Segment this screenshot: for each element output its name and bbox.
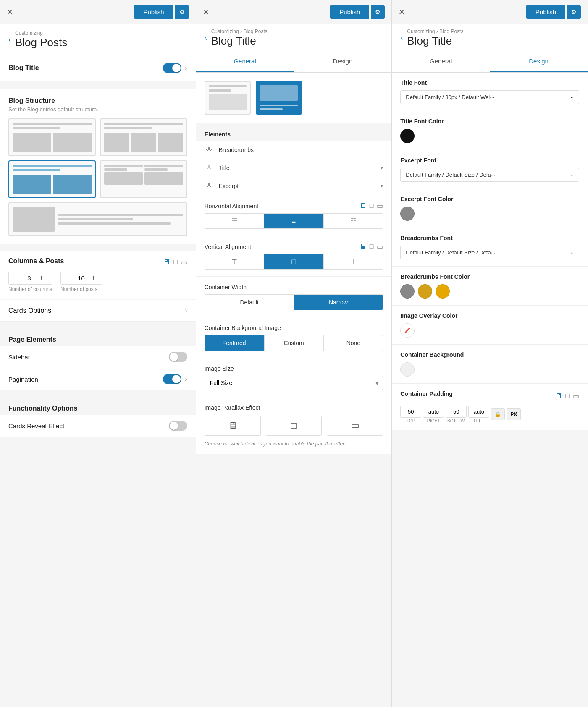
mobile-icon-halign[interactable]: ▭ <box>377 202 383 210</box>
h-align-center[interactable]: ≡ <box>264 214 324 228</box>
publish-button-2[interactable]: Publish <box>330 5 369 19</box>
panel-3-title-area: ‹ Customizing › Blog Posts Blog Title Ge… <box>392 24 588 73</box>
pagination-chevron[interactable]: › <box>185 375 187 383</box>
struct-card-2[interactable] <box>100 118 187 156</box>
cards-reveal-row: Cards Reveal Effect <box>0 415 196 437</box>
padding-left-input[interactable] <box>468 406 489 418</box>
back-arrow-3[interactable]: ‹ <box>400 34 403 42</box>
gear-button-2[interactable]: ⚙ <box>371 5 385 19</box>
mock-block <box>158 133 183 152</box>
struct-card-5[interactable] <box>8 202 187 236</box>
breadcrumbs-font-label: Breadcrumbs Font <box>400 235 579 241</box>
breadcrumbs-font-selector[interactable]: Default Family / Default Size / Defa··· … <box>400 246 579 259</box>
posts-decrement[interactable]: − <box>65 274 73 283</box>
image-size-select[interactable]: Full Size Large Medium Thumbnail <box>205 376 383 390</box>
parallax-section: Image Parallax Effect 🖥 □ ▭ Choose for w… <box>196 397 392 454</box>
image-size-select-wrapper: Full Size Large Medium Thumbnail ▾ <box>205 376 383 390</box>
h-align-left[interactable]: ☰ <box>205 214 265 228</box>
sidebar-row: Sidebar <box>0 346 196 368</box>
back-arrow-1[interactable]: ‹ <box>8 35 11 44</box>
posts-increment[interactable]: + <box>90 274 98 283</box>
title-font-color-swatch[interactable] <box>400 129 415 143</box>
parallax-tablet[interactable]: □ <box>266 416 322 436</box>
cw-narrow[interactable]: Narrow <box>294 295 383 310</box>
bg-custom[interactable]: Custom <box>264 335 324 351</box>
publish-area-1: Publish ⚙ <box>134 5 189 19</box>
gear-button-3[interactable]: ⚙ <box>567 5 581 19</box>
tab-design-3[interactable]: Design <box>490 52 588 72</box>
h-align-right[interactable]: ☲ <box>324 214 383 228</box>
desktop-icon-valign[interactable]: 🖥 <box>360 243 366 251</box>
page-title-1: Blog Posts <box>15 36 67 49</box>
cards-options-row[interactable]: Cards Options › <box>0 300 196 322</box>
padding-bottom-input[interactable] <box>446 406 467 418</box>
excerpt-font-color-swatch[interactable] <box>400 207 415 221</box>
excerpt-font-selector[interactable]: Default Family / Default Size / Defa··· … <box>400 168 579 182</box>
close-button-2[interactable]: ✕ <box>203 8 209 17</box>
tab-general-2[interactable]: General <box>196 52 294 72</box>
bg-none[interactable]: None <box>323 335 383 351</box>
v-align-top[interactable]: ⊤ <box>205 254 265 269</box>
mobile-icon[interactable]: ▭ <box>181 258 187 266</box>
eye-slash-icon-title[interactable]: 👁 <box>205 163 214 173</box>
blog-title-toggle[interactable] <box>163 63 181 73</box>
publish-button-3[interactable]: Publish <box>526 5 565 19</box>
padding-right-group: RIGHT <box>423 406 444 423</box>
mobile-icon-padding[interactable]: ▭ <box>573 392 579 400</box>
struct-card-3[interactable] <box>8 160 96 198</box>
padding-top-input[interactable] <box>400 406 421 418</box>
close-button[interactable]: ✕ <box>7 8 13 17</box>
excerpt-dropdown[interactable]: ▾ <box>381 183 383 189</box>
cards-reveal-toggle[interactable] <box>169 421 187 431</box>
tab-general-3[interactable]: General <box>392 52 490 72</box>
columns-decrement[interactable]: − <box>13 274 21 283</box>
title-dropdown[interactable]: ▾ <box>381 165 383 171</box>
padding-right-input[interactable] <box>423 406 444 418</box>
struct-card-1[interactable] <box>8 118 96 156</box>
publish-button-1[interactable]: Publish <box>134 5 173 19</box>
parallax-mobile[interactable]: ▭ <box>327 416 383 436</box>
v-align-bottom[interactable]: ⊥ <box>324 254 383 269</box>
layout-card-1[interactable] <box>205 81 251 115</box>
bg-featured[interactable]: Featured <box>205 335 264 351</box>
tablet-icon-valign[interactable]: □ <box>370 243 374 251</box>
tablet-icon-halign[interactable]: □ <box>370 202 374 210</box>
title-font-selector[interactable]: Default Family / 30px / Default Wei··· ·… <box>400 90 579 104</box>
blog-title-chevron[interactable]: › <box>185 64 187 72</box>
back-arrow-2[interactable]: ‹ <box>205 34 207 42</box>
blog-structure-title: Blog Structure <box>8 97 187 105</box>
gear-button-1[interactable]: ⚙ <box>175 5 189 19</box>
padding-lock-button[interactable]: 🔒 <box>491 408 505 420</box>
desktop-icon-halign[interactable]: 🖥 <box>360 202 366 210</box>
pagination-toggle[interactable] <box>163 374 181 384</box>
container-background-swatch[interactable] <box>400 362 415 377</box>
tab-design-2[interactable]: Design <box>294 52 392 72</box>
v-align-middle[interactable]: ⊟ <box>264 254 324 269</box>
columns-increment[interactable]: + <box>38 274 46 283</box>
vertical-alignment-section: Vertical Alignment 🖥 □ ▭ ⊤ ⊟ ⊥ <box>196 236 392 277</box>
desktop-icon-padding[interactable]: 🖥 <box>555 392 562 400</box>
sidebar-toggle[interactable] <box>169 352 187 362</box>
layout-card-2[interactable] <box>256 81 302 115</box>
desktop-icon[interactable]: 🖥 <box>163 258 170 266</box>
mobile-icon-valign[interactable]: ▭ <box>377 243 383 251</box>
eye-icon-breadcrumbs[interactable]: 👁 <box>205 145 214 154</box>
mock-block <box>53 175 92 194</box>
parallax-desktop[interactable]: 🖥 <box>205 416 261 436</box>
cw-default[interactable]: Default <box>205 295 294 310</box>
image-overlay-swatch[interactable] <box>400 323 415 338</box>
padding-unit-button[interactable]: PX <box>507 408 521 420</box>
breadcrumbs-color-gray[interactable] <box>400 284 415 299</box>
breadcrumbs-color-yellow[interactable] <box>436 284 450 299</box>
breadcrumbs-color-gold[interactable] <box>418 284 432 299</box>
tablet-icon-padding[interactable]: □ <box>565 392 570 400</box>
struct-card-4[interactable] <box>100 160 187 198</box>
container-background-label: Container Background <box>400 351 579 358</box>
tablet-icon[interactable]: □ <box>173 258 178 266</box>
container-width-section: Container Width Default Narrow <box>196 277 392 317</box>
close-button-3[interactable]: ✕ <box>399 8 405 17</box>
font-selector-dots: ··· <box>569 94 574 100</box>
breadcrumbs-font-color-label: Breadcrumbs Font Color <box>400 273 579 280</box>
functionality-section: Functionality Options Cards Reveal Effec… <box>0 399 196 437</box>
eye-icon-excerpt[interactable]: 👁 <box>205 181 214 191</box>
